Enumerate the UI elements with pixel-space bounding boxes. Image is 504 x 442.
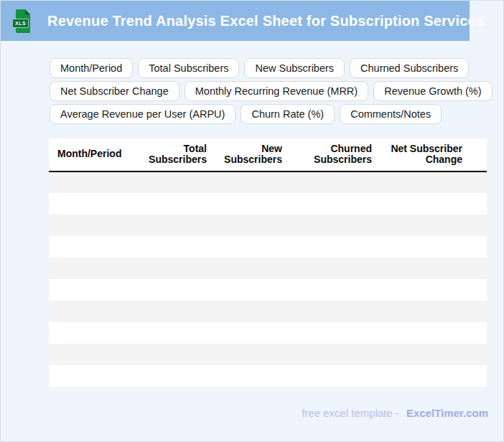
chip-revenue-growth[interactable]: Revenue Growth (%) bbox=[373, 81, 492, 101]
table-cell bbox=[214, 193, 289, 215]
table-cell bbox=[379, 193, 487, 215]
table-cell bbox=[49, 322, 131, 344]
spreadsheet-preview-table: Month/Period Total Subscribers New Subsc… bbox=[49, 138, 487, 387]
table-row bbox=[49, 301, 487, 322]
column-header-net-subscriber-change: Net Subscriber Change bbox=[379, 138, 487, 171]
table-cell bbox=[49, 279, 131, 301]
table-cell bbox=[49, 193, 131, 215]
column-chip-list: Month/Period Total Subscribers New Subsc… bbox=[50, 58, 493, 124]
table-cell bbox=[214, 258, 289, 279]
table-cell bbox=[131, 215, 214, 236]
chip-row-2: Net Subscriber Change Monthly Recurring … bbox=[50, 81, 493, 101]
table-cell bbox=[289, 193, 379, 215]
table-cell bbox=[289, 301, 379, 322]
table-cell bbox=[214, 279, 289, 301]
chip-total-subscribers[interactable]: Total Subscribers bbox=[138, 58, 239, 78]
chip-row-3: Average Revenue per User (ARPU) Churn Ra… bbox=[50, 104, 493, 124]
chip-churn-rate[interactable]: Churn Rate (%) bbox=[241, 104, 335, 124]
header-bar: XLS Revenue Trend Analysis Excel Sheet f… bbox=[1, 1, 470, 41]
table-cell bbox=[379, 365, 487, 387]
table-cell bbox=[289, 215, 379, 236]
table-cell bbox=[131, 258, 214, 279]
column-header-new-subscribers: New Subscribers bbox=[214, 138, 289, 171]
table-cell bbox=[289, 258, 379, 279]
column-header-month-period: Month/Period bbox=[49, 138, 131, 171]
table-row bbox=[49, 344, 487, 365]
folded-corner bbox=[25, 9, 30, 14]
column-header-churned-subscribers: Churned Subscribers bbox=[289, 138, 379, 171]
table-cell bbox=[49, 258, 131, 279]
chip-net-subscriber-change[interactable]: Net Subscriber Change bbox=[50, 81, 179, 101]
chip-row-1: Month/Period Total Subscribers New Subsc… bbox=[50, 58, 493, 78]
table-cell bbox=[131, 171, 214, 193]
column-header-total-subscribers: Total Subscribers bbox=[131, 138, 214, 171]
table-cell bbox=[131, 193, 214, 215]
table-cell bbox=[214, 171, 289, 193]
table-cell bbox=[289, 279, 379, 301]
footer-brand-link[interactable]: ExcelTimer.com bbox=[406, 407, 488, 419]
xls-file-icon: XLS bbox=[16, 9, 30, 33]
table-cell bbox=[49, 171, 131, 193]
page: XLS Revenue Trend Analysis Excel Sheet f… bbox=[0, 0, 504, 442]
table-cell bbox=[379, 171, 487, 193]
table-cell bbox=[214, 344, 289, 365]
table-row bbox=[49, 258, 487, 279]
chip-arpu[interactable]: Average Revenue per User (ARPU) bbox=[50, 104, 235, 124]
page-title: Revenue Trend Analysis Excel Sheet for S… bbox=[47, 13, 484, 29]
table-cell bbox=[49, 365, 131, 387]
chip-comments-notes[interactable]: Comments/Notes bbox=[340, 104, 442, 124]
table-row bbox=[49, 236, 487, 258]
table-cell bbox=[49, 236, 131, 258]
table-row bbox=[49, 279, 487, 301]
chip-month-period[interactable]: Month/Period bbox=[50, 58, 133, 78]
table-cell bbox=[289, 236, 379, 258]
table-cell bbox=[49, 344, 131, 365]
table-row bbox=[49, 365, 487, 387]
table-row bbox=[49, 193, 487, 215]
chip-new-subscribers[interactable]: New Subscribers bbox=[244, 58, 345, 78]
table-cell bbox=[379, 344, 487, 365]
table-body bbox=[49, 171, 487, 387]
table-row bbox=[49, 215, 487, 236]
chip-mrr[interactable]: Monthly Recurring Revenue (MRR) bbox=[185, 81, 368, 101]
table-cell bbox=[379, 301, 487, 322]
table-cell bbox=[379, 279, 487, 301]
footer: free excel template - ExcelTimer.com bbox=[302, 407, 488, 419]
table-cell bbox=[379, 236, 487, 258]
table-cell bbox=[131, 279, 214, 301]
table-cell bbox=[49, 215, 131, 236]
table-cell bbox=[289, 365, 379, 387]
table-cell bbox=[131, 301, 214, 322]
table-cell bbox=[131, 236, 214, 258]
table-cell bbox=[131, 344, 214, 365]
table-cell bbox=[379, 322, 487, 344]
table-cell bbox=[131, 322, 214, 344]
table-cell bbox=[214, 322, 289, 344]
table-cell bbox=[214, 301, 289, 322]
table-cell bbox=[289, 171, 379, 193]
table-cell bbox=[289, 322, 379, 344]
footer-text: free excel template - bbox=[302, 407, 399, 419]
chip-churned-subscribers[interactable]: Churned Subscribers bbox=[350, 58, 469, 78]
table-cell bbox=[379, 258, 487, 279]
xls-badge-label: XLS bbox=[12, 19, 29, 28]
table-header-row: Month/Period Total Subscribers New Subsc… bbox=[49, 138, 487, 171]
table-cell bbox=[214, 236, 289, 258]
table-row bbox=[49, 322, 487, 344]
table-cell bbox=[131, 365, 214, 387]
table-cell bbox=[214, 365, 289, 387]
table-cell bbox=[214, 215, 289, 236]
table-row bbox=[49, 171, 487, 193]
table-cell bbox=[49, 301, 131, 322]
table-cell bbox=[289, 344, 379, 365]
table-cell bbox=[379, 215, 487, 236]
